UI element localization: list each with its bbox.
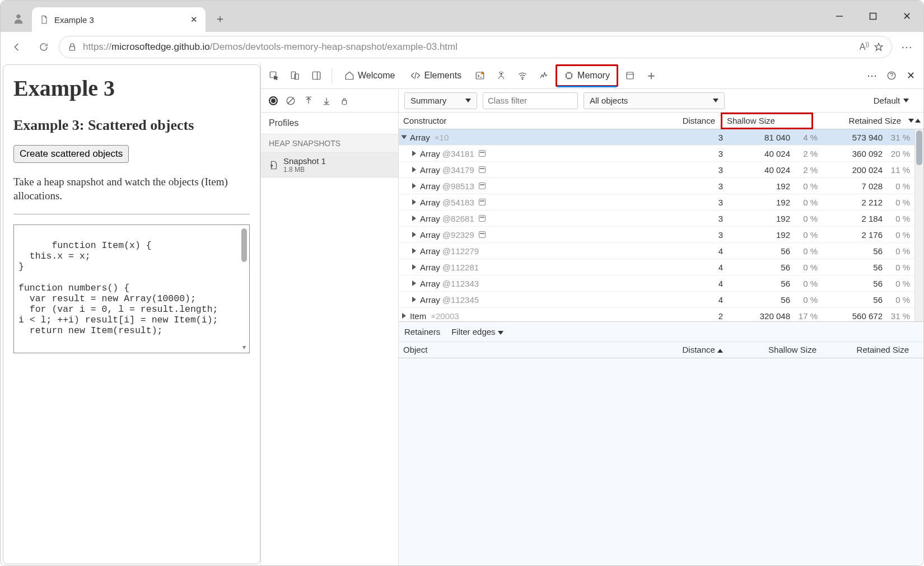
- divider: [13, 214, 250, 214]
- table-row[interactable]: Array @5418331920 %2 2120 %: [399, 194, 923, 211]
- col-sort-icons[interactable]: [906, 119, 923, 123]
- page-icon: [40, 15, 49, 24]
- object-id: @82681: [442, 214, 474, 223]
- snapshot-item[interactable]: Snapshot 1 1.8 MB: [261, 153, 398, 177]
- object-id: @54183: [442, 198, 474, 207]
- all-objects-dropdown[interactable]: All objects: [584, 92, 725, 109]
- table-row[interactable]: Array @9851331920 %7 0280 %: [399, 178, 923, 194]
- ret-col-shallow[interactable]: Shallow Size: [729, 345, 821, 354]
- table-row[interactable]: Array ×10381 0404 %573 94031 %: [399, 129, 923, 146]
- ret-col-object[interactable]: Object: [399, 345, 661, 354]
- devtools: Welcome Elements Memory ＋ ⋯ ✕: [260, 62, 923, 566]
- cell-retained-pct: 0 %: [883, 295, 913, 305]
- address-bar[interactable]: https://microsoftedge.github.io/Demos/de…: [59, 36, 892, 58]
- filter-edges-dropdown[interactable]: Filter edges: [451, 327, 503, 336]
- cell-retained-pct: 11 %: [883, 165, 913, 175]
- grid-scrollbar[interactable]: [914, 129, 923, 321]
- table-row[interactable]: Array @1122814560 %560 %: [399, 259, 923, 275]
- read-aloud-icon[interactable]: A)): [860, 41, 869, 52]
- inspect-icon[interactable]: [264, 66, 283, 85]
- tab-welcome[interactable]: Welcome: [338, 66, 402, 85]
- ret-col-retained[interactable]: Retained Size: [821, 345, 913, 354]
- tab-memory[interactable]: Memory: [556, 64, 618, 87]
- device-icon[interactable]: [286, 66, 305, 85]
- table-row[interactable]: Array @9232931920 %2 1760 %: [399, 227, 923, 243]
- record-button[interactable]: [269, 96, 278, 105]
- expand-icon[interactable]: [412, 151, 416, 156]
- new-tab-button[interactable]: ＋: [209, 7, 231, 30]
- snapshot-size: 1.8 MB: [283, 166, 326, 174]
- expand-icon[interactable]: [412, 167, 416, 172]
- create-scattered-button[interactable]: Create scattered objects: [13, 145, 129, 163]
- browser-toolbar: https://microsoftedge.github.io/Demos/de…: [1, 32, 923, 62]
- app-icon[interactable]: [620, 66, 640, 85]
- col-distance[interactable]: Distance: [665, 116, 721, 125]
- table-row[interactable]: Array @1123454560 %560 %: [399, 292, 923, 308]
- row-label: Array: [420, 198, 440, 207]
- dock-icon[interactable]: [307, 66, 326, 85]
- col-constructor[interactable]: Constructor: [399, 116, 665, 125]
- profiles-toolbar: [261, 89, 398, 113]
- cell-retained: 200 024: [821, 165, 883, 175]
- table-row[interactable]: Array @34179340 0242 %200 02411 %: [399, 162, 923, 178]
- tab-elements[interactable]: Elements: [404, 66, 468, 85]
- code-box[interactable]: function Item(x) { this.x = x; } functio…: [13, 224, 250, 353]
- clear-icon[interactable]: [286, 96, 296, 106]
- cell-retained: 573 940: [821, 133, 883, 142]
- cell-shallow-pct: 17 %: [790, 311, 821, 321]
- expand-icon[interactable]: [402, 313, 406, 319]
- favorite-icon[interactable]: [874, 42, 884, 52]
- performance-icon[interactable]: [534, 66, 553, 85]
- window-icon: [479, 183, 486, 189]
- table-row[interactable]: Array @8268131920 %2 1840 %: [399, 211, 923, 227]
- cell-shallow-pct: 0 %: [790, 263, 821, 272]
- table-row[interactable]: Array @1122794560 %560 %: [399, 243, 923, 259]
- expand-icon[interactable]: [412, 297, 416, 302]
- browser-tab[interactable]: Example 3 ✕: [32, 7, 206, 32]
- expand-icon[interactable]: [412, 216, 416, 221]
- network-icon[interactable]: [513, 66, 532, 85]
- default-dropdown[interactable]: Default: [865, 92, 918, 109]
- gc-icon[interactable]: [339, 96, 349, 106]
- close-devtools-button[interactable]: ✕: [901, 66, 920, 85]
- load-icon[interactable]: [304, 96, 314, 106]
- close-button[interactable]: ✕: [890, 1, 923, 32]
- help-button[interactable]: [882, 66, 901, 85]
- col-shallow-size[interactable]: Shallow Size: [721, 113, 813, 129]
- refresh-button[interactable]: [32, 35, 55, 59]
- maximize-button[interactable]: [856, 1, 890, 32]
- back-button[interactable]: [5, 35, 29, 59]
- svg-rect-2: [870, 13, 876, 20]
- expand-icon[interactable]: [402, 135, 407, 139]
- cell-retained-pct: 0 %: [883, 279, 913, 288]
- more-tools-button[interactable]: ⋯: [863, 66, 882, 85]
- row-label: Array: [420, 214, 440, 223]
- profile-button[interactable]: [8, 8, 29, 29]
- expand-icon[interactable]: [412, 183, 416, 189]
- ret-col-distance[interactable]: Distance: [661, 345, 729, 354]
- page-h1: Example 3: [13, 75, 250, 101]
- table-row[interactable]: Array @1123434560 %560 %: [399, 275, 923, 292]
- class-filter-input[interactable]: [483, 92, 578, 109]
- expand-icon[interactable]: [412, 264, 416, 270]
- expand-icon[interactable]: [412, 248, 416, 254]
- console-icon[interactable]: [470, 66, 489, 85]
- cell-shallow-pct: 0 %: [790, 181, 821, 191]
- table-row[interactable]: Item ×200032320 04817 %560 67231 %: [399, 308, 923, 321]
- expand-icon[interactable]: [412, 232, 416, 237]
- settings-menu-button[interactable]: ⋯: [895, 35, 919, 59]
- table-row[interactable]: Array @34181340 0242 %360 09220 %: [399, 146, 923, 162]
- summary-dropdown[interactable]: Summary: [404, 92, 477, 109]
- chip-icon: [564, 71, 574, 81]
- col-retained-size[interactable]: Retained Size: [813, 116, 906, 125]
- expand-icon[interactable]: [412, 199, 416, 205]
- add-tab-button[interactable]: ＋: [642, 66, 661, 85]
- object-id: @112345: [442, 295, 479, 305]
- snapshot-name: Snapshot 1: [283, 156, 326, 166]
- code-scrollbar[interactable]: ▲ ▼: [240, 227, 248, 350]
- save-icon[interactable]: [321, 96, 332, 106]
- instance-count: ×20003: [431, 311, 459, 321]
- expand-icon[interactable]: [412, 280, 416, 286]
- minimize-button[interactable]: [823, 1, 856, 32]
- sources-icon[interactable]: [492, 66, 511, 85]
